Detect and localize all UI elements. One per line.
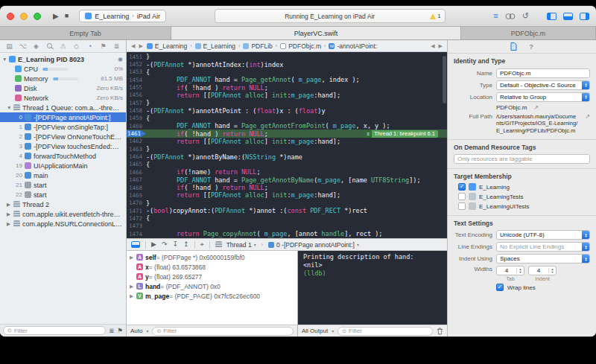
disclosure-triangle[interactable]: ▶ bbox=[130, 293, 136, 299]
code-line[interactable]: 1462 return [[PDFAnnot alloc] init:m_pag… bbox=[127, 138, 447, 145]
stack-frame-row[interactable]: 0-[PDFPage annotAtPoint:] bbox=[0, 112, 126, 122]
code-line[interactable]: 1452-(PDFAnnot *)annotAtIndex:(int)index bbox=[127, 60, 447, 68]
variables-scope-selector[interactable]: Auto bbox=[130, 328, 142, 334]
breadcrumb-item[interactable]: M-annotAtPoint: bbox=[329, 42, 377, 50]
hide-debug-area-icon[interactable] bbox=[131, 241, 140, 248]
disclosure-triangle[interactable]: ▶ bbox=[7, 211, 13, 217]
stack-frame-row[interactable]: 2-[PDFView OnNoneTouchEnd... bbox=[0, 132, 126, 141]
line-endings-popup[interactable]: No Explicit Line Endings ▲▼ bbox=[496, 242, 590, 252]
breadcrumb-item[interactable]: PDFObjc.m bbox=[280, 42, 321, 50]
code-line[interactable]: 1457} bbox=[127, 99, 447, 106]
code-line[interactable]: 1453{ bbox=[127, 68, 447, 76]
navigator-tab-debug-icon[interactable]: ◔ bbox=[86, 43, 94, 50]
step-over-button[interactable]: ↷ bbox=[162, 241, 168, 248]
navigator-tab-source-control-icon[interactable]: ⌥ bbox=[19, 43, 27, 50]
code-line[interactable]: 1454 PDF_ANNOT hand = Page_getAnnot( m_p… bbox=[127, 76, 447, 83]
console-filter-field[interactable]: ⊙ Filter bbox=[337, 327, 433, 336]
flat-list-toggle-icon[interactable]: ≣ bbox=[109, 327, 114, 334]
process-row[interactable]: ▼E_Learning PID 8023◉ bbox=[0, 54, 126, 64]
gauge-row-network[interactable]: NetworkZero KB/s bbox=[0, 93, 126, 103]
pause-process-icon[interactable]: ◉ bbox=[118, 56, 123, 63]
disclosure-triangle[interactable]: ▼ bbox=[2, 57, 9, 62]
window-tab[interactable]: PlayerVC.swift bbox=[171, 27, 461, 39]
code-line[interactable]: 1455 if( !hand ) return NULL; bbox=[127, 83, 447, 91]
thread-row[interactable]: ▶com.apple.NSURLConnectionLoader (... bbox=[0, 219, 126, 229]
code-line[interactable]: 1471-(bool)copyAnnot:(PDFAnnot *)annot :… bbox=[127, 207, 447, 214]
breadcrumb-item[interactable]: E_Learning bbox=[147, 42, 187, 50]
simulate-location-button[interactable]: ⌖ bbox=[200, 241, 204, 248]
step-into-button[interactable]: ↧ bbox=[172, 241, 178, 248]
location-popup[interactable]: Relative to Group ▲▼ bbox=[496, 92, 590, 102]
stack-frame-row[interactable]: 19UIApplicationMain bbox=[0, 161, 126, 170]
navigator-tab-search-icon[interactable] bbox=[45, 43, 54, 50]
standard-editor-button[interactable]: ≡ bbox=[493, 12, 498, 20]
gauge-row-memory[interactable]: Memory81.5 MB bbox=[0, 74, 126, 83]
navigator-tab-project-icon[interactable]: ▤ bbox=[5, 43, 13, 50]
disclosure-triangle[interactable]: ▶ bbox=[130, 284, 136, 290]
code-line[interactable]: 1458-(PDFAnnot *)annotAtPoint : (float)x… bbox=[127, 106, 447, 114]
warning-badge[interactable]: 1 bbox=[430, 10, 440, 22]
stack-frame-row[interactable]: 20main bbox=[0, 170, 126, 180]
stack-frame-row[interactable]: 22start bbox=[0, 190, 126, 199]
run-button[interactable]: ▶ bbox=[53, 13, 59, 20]
goto-arrow-icon[interactable]: ↗ bbox=[585, 113, 590, 120]
goto-arrow-icon[interactable]: ↗ bbox=[533, 104, 539, 111]
assistant-editor-button[interactable] bbox=[505, 13, 516, 20]
forward-button[interactable]: ▶ bbox=[139, 43, 142, 49]
variables-filter-field[interactable]: ⊙ Filter bbox=[152, 327, 294, 336]
window-tab[interactable]: PDFObjc.m bbox=[461, 27, 596, 39]
disclosure-triangle[interactable]: ▶ bbox=[130, 255, 136, 261]
code-line[interactable]: 1460 PDF_ANNOT hand = Page_getAnnotFromP… bbox=[127, 122, 447, 130]
target-row[interactable]: ✓E_Learning bbox=[448, 182, 596, 192]
stack-frame-row[interactable]: 3-[PDFView touchesEnded:withEve... bbox=[0, 141, 126, 151]
frame-selector[interactable]: 0 -[PDFPage annotAtPoint:] ▾ bbox=[268, 241, 359, 249]
code-line[interactable]: 1456 return [[PDFAnnot alloc] init:m_pag… bbox=[127, 92, 447, 99]
quick-help-icon[interactable]: ? bbox=[529, 43, 533, 51]
thread-selector[interactable]: Thread 1 ▾ bbox=[215, 241, 256, 249]
code-area[interactable]: 1451}1452-(PDFAnnot *)annotAtIndex:(int)… bbox=[127, 52, 447, 238]
code-line[interactable]: 1463} bbox=[127, 145, 447, 153]
gauge-row-cpu[interactable]: CPU0% bbox=[0, 64, 126, 74]
navigator-tab-breakpoints-icon[interactable]: ⚑ bbox=[99, 43, 107, 50]
target-checkbox[interactable]: ✓ bbox=[458, 183, 466, 191]
thread-group-row[interactable]: ▼Thread 1 Queue: com.a...-thread (serial… bbox=[0, 103, 126, 112]
navigator-toggle-button[interactable] bbox=[547, 13, 557, 20]
indent-width-stepper[interactable]: 4 ▲▼ bbox=[528, 266, 557, 275]
navigator-tab-symbol-icon[interactable]: ◈ bbox=[32, 43, 40, 50]
variable-row[interactable]: Ax = (float) 63.6573868 bbox=[127, 262, 297, 272]
variable-row[interactable]: ▶Lhand = (PDF_ANNOT) 0x0 bbox=[127, 281, 297, 291]
breakpoint-annotation[interactable]: ≡Thread 1: breakpoint 6.1 bbox=[364, 130, 438, 138]
navigator-tab-reports-icon[interactable]: ≣ bbox=[112, 43, 121, 50]
navigator-filter-field[interactable]: ⊙ Filter bbox=[3, 326, 106, 335]
code-line[interactable]: 1467 PDF_ANNOT hand = Page_getAnnotByNam… bbox=[127, 176, 447, 184]
filter-flag-toggle-icon[interactable]: ⚑ bbox=[117, 327, 123, 334]
code-line[interactable]: 1474 return Page_copyAnnot( m_page, [ann… bbox=[127, 230, 447, 237]
breakpoint-marker[interactable]: 1461 bbox=[127, 130, 146, 137]
breadcrumb-item[interactable]: PDFLib bbox=[243, 42, 272, 50]
scheme-selector[interactable]: E_Learning › iPad Air bbox=[79, 10, 166, 22]
indent-using-popup[interactable]: Spaces ▲▼ bbox=[496, 254, 590, 264]
text-encoding-popup[interactable]: Unicode (UTF-8) ▲▼ bbox=[496, 230, 590, 240]
code-line[interactable]: 1470} bbox=[127, 199, 447, 207]
disclosure-triangle[interactable]: ▼ bbox=[7, 105, 13, 110]
step-out-button[interactable]: ↥ bbox=[183, 241, 189, 248]
zoom-button[interactable] bbox=[34, 13, 41, 20]
thread-row[interactable]: ▶com.apple.uikit.eventfetch-thread (7) bbox=[0, 209, 126, 219]
code-line[interactable]: 1451} bbox=[127, 53, 447, 60]
code-line[interactable]: 1469 return [[PDFAnnot alloc] init:m_pag… bbox=[127, 191, 447, 199]
target-row[interactable]: E_LearningUITests bbox=[448, 202, 596, 211]
variable-row[interactable]: ▶Vm_page = (PDF_PAGE) 0x7fc5c26ec600 bbox=[127, 291, 297, 301]
variable-row[interactable]: Ay = (float) 269.65277 bbox=[127, 272, 297, 281]
trash-icon[interactable] bbox=[437, 328, 443, 335]
code-line[interactable]: 1459{ bbox=[127, 115, 447, 122]
stack-frame-row[interactable]: 4forwardTouchMethod bbox=[0, 151, 126, 161]
debug-area-toggle-button[interactable] bbox=[563, 13, 573, 20]
target-checkbox[interactable] bbox=[458, 202, 466, 210]
code-line[interactable]: 1468 if( !hand ) return NULL; bbox=[127, 184, 447, 191]
version-editor-button[interactable]: ↺ bbox=[522, 12, 529, 20]
target-checkbox[interactable] bbox=[458, 193, 466, 200]
thread-row[interactable]: ▶Thread 2 bbox=[0, 199, 126, 209]
navigator-tab-issues-icon[interactable]: ⚠ bbox=[59, 43, 67, 50]
odr-field[interactable]: Only resources are taggable bbox=[454, 154, 590, 164]
code-line[interactable]: 1464-(PDFAnnot *)annotByName:(NSString *… bbox=[127, 153, 447, 160]
